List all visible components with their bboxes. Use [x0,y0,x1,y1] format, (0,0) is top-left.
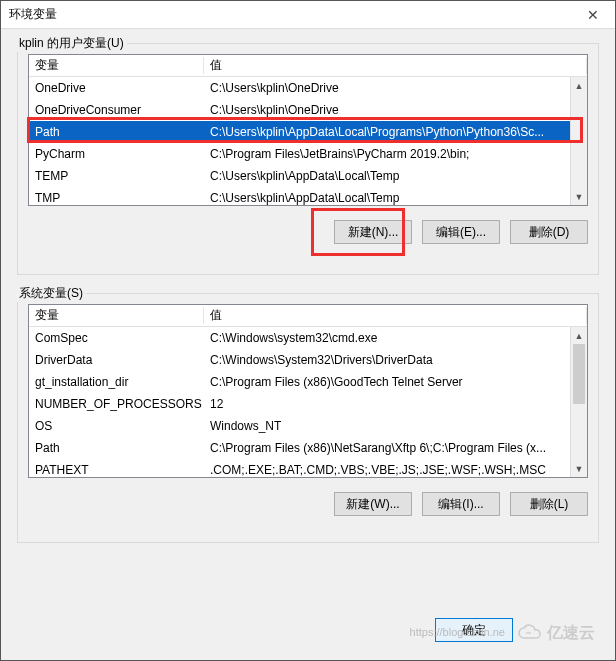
cell-value: 12 [204,397,587,411]
cell-value: C:\Program Files (x86)\NetSarang\Xftp 6\… [204,441,587,455]
col-header-value[interactable]: 值 [204,57,587,74]
content-area: kplin 的用户变量(U) 变量 值 OneDriveC:\Users\kpl… [1,29,615,614]
cell-value: C:\Users\kplin\OneDrive [204,103,587,117]
cell-value: C:\Users\kplin\AppData\Local\Programs\Py… [204,125,587,139]
cell-value: .COM;.EXE;.BAT;.CMD;.VBS;.VBE;.JS;.JSE;.… [204,463,587,477]
user-btn-row: 新建(N)... 编辑(E)... 删除(D) [28,220,588,244]
sys-new-button[interactable]: 新建(W)... [334,492,412,516]
sys-vars-label: 系统变量(S) [16,285,86,302]
cell-variable: PATHEXT [29,463,204,477]
cell-variable: OneDrive [29,81,204,95]
sys-btn-row: 新建(W)... 编辑(I)... 删除(L) [28,492,588,516]
cell-variable: gt_installation_dir [29,375,204,389]
user-edit-button[interactable]: 编辑(E)... [422,220,500,244]
window-title: 环境变量 [9,6,571,23]
scrollbar-sys[interactable]: ▲ ▼ [570,327,587,477]
cell-value: C:\Windows\system32\cmd.exe [204,331,587,345]
table-row[interactable]: ComSpecC:\Windows\system32\cmd.exe [29,327,587,349]
user-vars-list[interactable]: 变量 值 OneDriveC:\Users\kplin\OneDriveOneD… [28,54,588,206]
table-row[interactable]: TMPC:\Users\kplin\AppData\Local\Temp [29,187,587,206]
ok-button[interactable]: 确定 [435,618,513,642]
cell-value: C:\Users\kplin\AppData\Local\Temp [204,169,587,183]
col-header-variable-sys[interactable]: 变量 [29,307,204,324]
cell-variable: Path [29,441,204,455]
scroll-down-icon[interactable]: ▼ [571,188,587,205]
cell-value: C:\Users\kplin\OneDrive [204,81,587,95]
table-row[interactable]: OSWindows_NT [29,415,587,437]
sys-edit-button[interactable]: 编辑(I)... [422,492,500,516]
user-delete-button[interactable]: 删除(D) [510,220,588,244]
table-row[interactable]: PathC:\Program Files (x86)\NetSarang\Xft… [29,437,587,459]
scrollbar-user[interactable]: ▲ ▼ [570,77,587,205]
table-row[interactable]: PATHEXT.COM;.EXE;.BAT;.CMD;.VBS;.VBE;.JS… [29,459,587,478]
sys-vars-list[interactable]: 变量 值 ComSpecC:\Windows\system32\cmd.exeD… [28,304,588,478]
cell-variable: OneDriveConsumer [29,103,204,117]
user-vars-group: kplin 的用户变量(U) 变量 值 OneDriveC:\Users\kpl… [17,43,599,275]
scroll-thumb-sys[interactable] [573,344,585,404]
user-new-button[interactable]: 新建(N)... [334,220,412,244]
sys-delete-button[interactable]: 删除(L) [510,492,588,516]
scroll-up-icon-sys[interactable]: ▲ [571,327,587,344]
cell-value: Windows_NT [204,419,587,433]
table-row[interactable]: gt_installation_dirC:\Program Files (x86… [29,371,587,393]
cell-variable: Path [29,125,204,139]
close-icon[interactable]: ✕ [571,1,615,29]
table-row[interactable]: TEMPC:\Users\kplin\AppData\Local\Temp [29,165,587,187]
cell-variable: PyCharm [29,147,204,161]
table-row[interactable]: DriverDataC:\Windows\System32\Drivers\Dr… [29,349,587,371]
env-vars-dialog: 环境变量 ✕ kplin 的用户变量(U) 变量 值 OneDriveC:\Us… [0,0,616,661]
titlebar: 环境变量 ✕ [1,1,615,29]
user-vars-label: kplin 的用户变量(U) [16,35,127,52]
table-row[interactable]: PyCharmC:\Program Files\JetBrains\PyChar… [29,143,587,165]
list-header-sys: 变量 值 [29,305,587,327]
sys-vars-group: 系统变量(S) 变量 值 ComSpecC:\Windows\system32\… [17,293,599,543]
cell-variable: TEMP [29,169,204,183]
col-header-value-sys[interactable]: 值 [204,307,587,324]
cell-variable: TMP [29,191,204,205]
table-row[interactable]: OneDriveConsumerC:\Users\kplin\OneDrive [29,99,587,121]
table-row[interactable]: OneDriveC:\Users\kplin\OneDrive [29,77,587,99]
list-header-user: 变量 值 [29,55,587,77]
cell-variable: ComSpec [29,331,204,345]
dialog-footer: 确定 [1,614,615,660]
table-row[interactable]: PathC:\Users\kplin\AppData\Local\Program… [29,121,587,143]
scroll-down-icon-sys[interactable]: ▼ [571,460,587,477]
col-header-variable[interactable]: 变量 [29,57,204,74]
cell-value: C:\Users\kplin\AppData\Local\Temp [204,191,587,205]
cell-value: C:\Program Files (x86)\GoodTech Telnet S… [204,375,587,389]
scroll-up-icon[interactable]: ▲ [571,77,587,94]
cell-variable: OS [29,419,204,433]
table-row[interactable]: NUMBER_OF_PROCESSORS12 [29,393,587,415]
cell-value: C:\Program Files\JetBrains\PyCharm 2019.… [204,147,587,161]
cell-variable: DriverData [29,353,204,367]
cell-variable: NUMBER_OF_PROCESSORS [29,397,204,411]
cell-value: C:\Windows\System32\Drivers\DriverData [204,353,587,367]
